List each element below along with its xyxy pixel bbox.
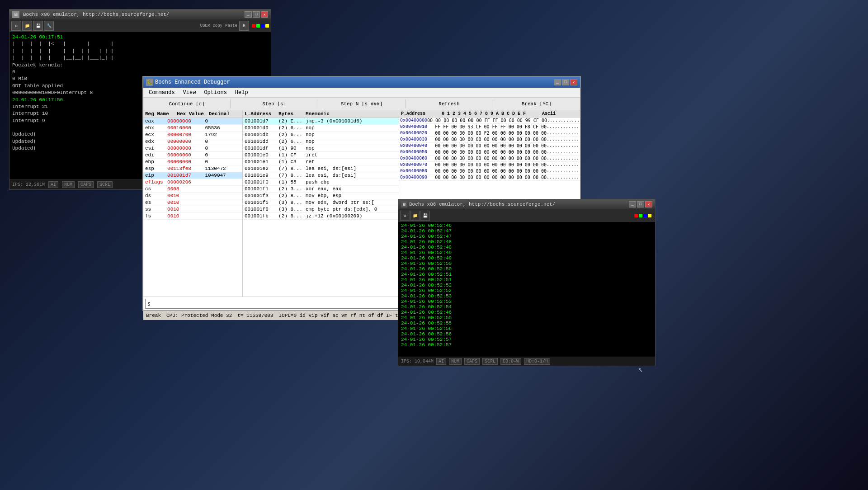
reg-row-ds: ds 0010 — [143, 193, 242, 199]
terminal2-minimize-button[interactable]: _ — [629, 201, 636, 207]
t2-color-green — [639, 214, 642, 217]
toolbar-refresh[interactable]: Refresh — [406, 99, 493, 108]
t2-line-2: 24-01-26 00:52:47 — [401, 234, 652, 239]
terminal1-line-2: 0 — [12, 69, 268, 75]
reg-row-ebx: ebx 00010000 65536 — [143, 125, 242, 132]
terminal2-titlebar: 🖥 Bochs x86 emulator, http://bochs.sourc… — [398, 199, 655, 209]
mem-row-1: 0x00400010 FF FF 00 00 93 CF 00 FF FF 00… — [399, 124, 580, 130]
debugger-window-controls: _ □ ✕ — [554, 79, 577, 85]
terminal2-status-hd: HD:0-1/H — [524, 358, 550, 365]
terminal2-status-num: NUM — [449, 358, 462, 365]
t2-line-3: 24-01-26 00:52:48 — [401, 239, 652, 245]
toolbar-btn-4[interactable]: 🔧 — [44, 21, 54, 31]
terminal1-title: Bochs x86 emulator, http://bochs.sourcef… — [23, 12, 169, 17]
toolbar-stepn[interactable]: Step N [s ###] — [318, 99, 406, 108]
terminal2-status-caps: CAPS — [464, 358, 480, 365]
terminal1-titlebar: 🖥 Bochs x86 emulator, http://bochs.sourc… — [9, 9, 271, 19]
toolbar-btn-2[interactable]: 📁 — [22, 21, 32, 31]
terminal1-line-0: 24-01-26 00:17:51 — [12, 34, 268, 41]
t2-toolbar-btn-3[interactable]: 💾 — [420, 211, 430, 221]
mem-row-6: 0x00400060 00 00 00 00 00 00 00 00 00 00… — [399, 155, 580, 162]
terminal1-maximize-button[interactable]: □ — [253, 11, 260, 18]
reg-row-edx: edx 00000000 0 — [143, 138, 242, 145]
terminal2-app-icon: 🖥 — [401, 201, 407, 207]
toolbar-continue[interactable]: Continue [c] — [143, 99, 231, 108]
terminal1-status-scrl: SCRL — [97, 181, 113, 188]
reg-row-fs: fs 0010 — [143, 213, 242, 220]
disasm-row-10: 001001f1 (2) 3... xor eax, eax — [243, 186, 399, 193]
t2-line-4: 24-01-26 00:52:48 — [401, 245, 652, 250]
toolbar-break[interactable]: Break [^C] — [493, 99, 580, 108]
debugger-app-icon: 🐛 — [146, 79, 153, 86]
terminal2-window: 🖥 Bochs x86 emulator, http://bochs.sourc… — [398, 199, 656, 366]
debugger-menubar: Commands View Options Help — [143, 88, 580, 98]
mem-row-9: 0x00400090 00 00 00 00 00 00 00 00 00 00… — [399, 174, 580, 181]
toolbar-step[interactable]: Step [s] — [231, 99, 318, 108]
reg-row-edi: edi 00000000 0 — [143, 152, 242, 159]
reg-row-ecx: ecx 00000700 1792 — [143, 132, 242, 138]
terminal1-ips: IPS: 22,361M — [12, 182, 45, 187]
reg-row-esp: esp 00113fe8 1130472 — [143, 165, 242, 172]
t2-line-21: 24-01-26 00:52:57 — [401, 337, 652, 342]
t2-line-22: 24-01-26 00:52:57 — [401, 342, 652, 348]
disasm-row-5: 001001e0 (1) CF iret — [243, 152, 399, 159]
toolbar-reset-btn[interactable]: R — [239, 21, 249, 31]
menu-view[interactable]: View — [179, 89, 200, 97]
debugger-minimize-button[interactable]: _ — [554, 79, 561, 85]
terminal1-status-ai: AI — [48, 181, 58, 188]
terminal1-minimize-button[interactable]: _ — [245, 11, 252, 18]
menu-options[interactable]: Options — [200, 89, 230, 97]
terminal1-close-button[interactable]: ✕ — [261, 11, 268, 18]
reg-row-ss: ss 0010 — [143, 206, 242, 213]
t2-toolbar-btn-1[interactable]: ⚙ — [400, 211, 410, 221]
reg-row-ebp: ebp 00000000 0 — [143, 159, 242, 165]
mem-row-2: 0x00400020 00 00 00 00 00 00 F2 00 00 00… — [399, 130, 580, 137]
disasm-row-14: 001001fb (2) 8... jz.+12 (0x00100209) — [243, 213, 399, 220]
mouse-cursor: ↖ — [638, 364, 643, 374]
t2-line-9: 24-01-26 00:52:51 — [401, 272, 652, 277]
terminal1-line-ascii: | | | | |< | | | — [12, 41, 268, 47]
disasm-panel: L.Address Bytes Mnemonic 001001d7 (2) E.… — [243, 110, 399, 297]
disasm-row-2: 001001db (2) 6... nop — [243, 132, 399, 138]
toolbar-label-user: USER — [200, 24, 210, 28]
menu-help[interactable]: Help — [231, 89, 252, 97]
toolbar-btn-3[interactable]: 💾 — [33, 21, 43, 31]
color-indicator-blue — [261, 24, 264, 28]
debugger-titlebar: 🐛 Bochs Enhanced Debugger _ □ ✕ — [143, 77, 580, 88]
terminal2-maximize-button[interactable]: □ — [637, 201, 644, 207]
disasm-row-9: 001001f0 (1) 55 push ebp — [243, 179, 399, 186]
terminal1-line-ascii3: | | | | | |__|__| |___|_| | — [12, 55, 268, 61]
status-mode: Break — [146, 313, 161, 318]
status-cpu: CPU: Protected Mode 32 — [166, 313, 232, 318]
terminal2-close-button[interactable]: ✕ — [645, 201, 652, 207]
terminal1-app-icon: 🖥 — [12, 11, 19, 18]
mem-row-7: 0x00400070 00 00 00 00 00 00 00 00 00 00… — [399, 162, 580, 168]
reg-header: Reg Name Hex Value Decimal — [143, 110, 242, 118]
color-indicator-yellow — [265, 24, 269, 28]
color-indicator-green — [256, 24, 260, 28]
debugger-title: Bochs Enhanced Debugger — [155, 79, 230, 85]
disasm-row-0: 001001d7 (2) E... jmp.-3 (0x001001d6) — [243, 118, 399, 125]
t2-color-red — [634, 214, 638, 217]
terminal2-status-scrl: SCRL — [482, 358, 498, 365]
menu-commands[interactable]: Commands — [145, 89, 179, 97]
disasm-row-11: 001001f3 (2) 8... mov ebp, esp — [243, 193, 399, 199]
mem-row-5: 0x00400050 00 00 00 00 00 00 00 00 00 00… — [399, 149, 580, 155]
terminal2-content: 24-01-26 00:52:46 24-01-26 00:52:47 24-0… — [398, 222, 655, 357]
debugger-close-button[interactable]: ✕ — [570, 79, 577, 85]
t2-line-10: 24-01-26 00:52:51 — [401, 277, 652, 283]
t2-color-yellow — [648, 214, 651, 217]
terminal2-ips: IPS: 10,044M — [401, 359, 434, 364]
t2-line-17: 24-01-26 00:52:55 — [401, 315, 652, 320]
t2-toolbar-btn-2[interactable]: 📁 — [410, 211, 420, 221]
reg-col-name: Reg Name — [145, 111, 177, 117]
disasm-row-7: 001001e2 (7) 8... lea esi, ds:[esi] — [243, 165, 399, 172]
mem-row-8: 0x00400080 00 00 00 00 00 00 00 00 00 00… — [399, 168, 580, 174]
status-time: t= 115587003 — [237, 313, 273, 318]
debugger-maximize-button[interactable]: □ — [562, 79, 569, 85]
reg-col-hex: Hex Value — [177, 111, 208, 117]
disasm-row-8: 001001e9 (7) 8... lea esi, ds:[esi] — [243, 172, 399, 179]
disasm-row-4: 001001df (1) 90 nop — [243, 145, 399, 152]
toolbar-btn-1[interactable]: ⚙ — [11, 21, 21, 31]
mem-row-4: 0x00400040 00 00 00 00 00 00 00 00 00 00… — [399, 143, 580, 149]
